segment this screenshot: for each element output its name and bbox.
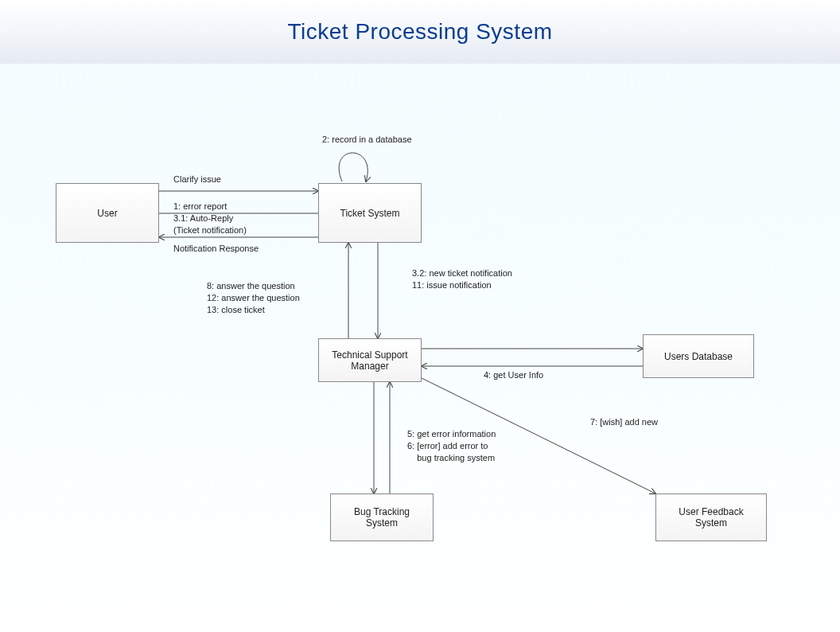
node-ticket-system-label: Ticket System	[340, 208, 400, 219]
node-tsm: Technical SupportManager	[318, 338, 422, 382]
label-notif-resp: Notification Response	[173, 243, 259, 255]
label-bug-info: 5: get error information6: [error] add e…	[407, 428, 496, 464]
label-get-user-info: 4: get User Info	[484, 369, 543, 381]
node-user-feedback: User FeedbackSystem	[655, 494, 767, 541]
diagram-canvas: User Ticket System Technical SupportMana…	[0, 64, 840, 632]
node-user-label: User	[97, 208, 117, 219]
node-user-feedback-label: User FeedbackSystem	[679, 506, 743, 529]
label-wish: 7: [wish] add new	[590, 416, 658, 428]
node-ticket-system: Ticket System	[318, 183, 422, 243]
label-new-ticket: 3.2: new ticket notification11: issue no…	[412, 267, 512, 291]
label-clarify: Clarify issue	[173, 174, 221, 185]
node-bug-tracking: Bug TrackingSystem	[330, 494, 434, 541]
label-error-report: 1: error report3.1: Auto-Reply(Ticket no…	[173, 201, 247, 236]
label-answer: 8: answer the question12: answer the que…	[207, 280, 300, 316]
node-tsm-label: Technical SupportManager	[332, 349, 407, 372]
node-users-db-label: Users Database	[664, 351, 733, 362]
label-record: 2: record in a database	[322, 134, 412, 146]
page-title: Ticket Processing System	[287, 19, 552, 45]
header: Ticket Processing System	[0, 0, 840, 64]
node-user: User	[56, 183, 159, 243]
node-bug-tracking-label: Bug TrackingSystem	[354, 506, 410, 529]
node-users-db: Users Database	[643, 334, 754, 378]
